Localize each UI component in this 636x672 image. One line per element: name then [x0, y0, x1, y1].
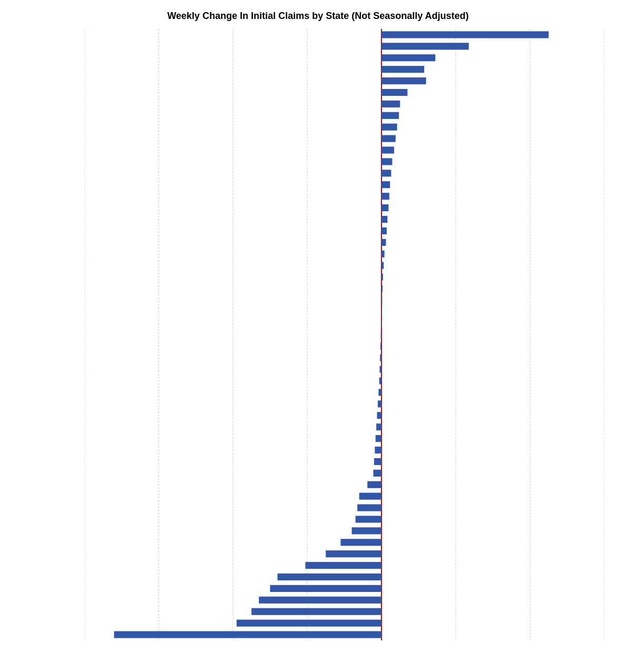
bar-new-york	[326, 550, 381, 557]
bar-ohio	[357, 505, 381, 511]
bar-idaho	[375, 447, 381, 453]
bar-minnesota	[381, 228, 387, 234]
bar-virginia	[381, 158, 392, 165]
bar-alaska	[381, 193, 389, 200]
bar-oregon	[381, 285, 383, 292]
bar-washington	[381, 135, 396, 142]
bar-arizona	[367, 481, 381, 488]
bar-montana	[381, 297, 382, 303]
bar-west-virginia	[379, 366, 381, 373]
bar-kentucky	[376, 435, 381, 442]
bar-puerto-rico	[278, 574, 381, 580]
bar-wyoming	[381, 273, 383, 280]
bar-oklahoma	[340, 539, 381, 546]
bar-delaware	[380, 354, 381, 361]
bar-alabama	[381, 43, 469, 50]
bar-missouri	[381, 216, 387, 223]
bar-arkansas	[373, 470, 381, 477]
bar-nevada	[381, 101, 400, 107]
bar-new-hampshire	[381, 308, 382, 315]
bar-south-dakota	[381, 262, 384, 269]
bar-colorado	[381, 77, 426, 84]
bar-rhode-island	[381, 54, 435, 61]
bar-michigan	[259, 597, 381, 604]
bar-new-mexico	[356, 516, 381, 522]
bar-california	[381, 66, 424, 73]
bar-wisconsin	[381, 146, 394, 153]
bar-utah	[381, 181, 390, 188]
bar-connecticut	[381, 204, 388, 211]
bar-indiana	[381, 31, 549, 38]
bar-maryland	[305, 562, 381, 569]
bar-south-carolina	[377, 412, 381, 419]
chart-title: Weekly Change In Initial Claims by State…	[0, 11, 636, 22]
bar-illinois	[381, 112, 399, 119]
bar-vermont	[381, 320, 382, 327]
bar-district-of-columbia	[380, 343, 381, 350]
bar-tennessee	[270, 585, 382, 592]
bar-virgin-islands	[379, 378, 381, 384]
bar-louisiana	[374, 458, 381, 465]
chart-container: Weekly Change In Initial Claims by State…	[0, 0, 636, 672]
bar-hawaii	[359, 493, 381, 500]
bar-new-jersey	[352, 527, 381, 534]
bar-north-carolina	[381, 170, 391, 176]
bar-mississippi	[378, 400, 381, 407]
bar-texas	[237, 620, 381, 627]
bar-pennsylvania	[114, 631, 381, 638]
bar-florida	[251, 608, 381, 615]
bar-kansas	[376, 423, 381, 430]
bar-massachusetts	[381, 239, 386, 246]
bar-georgia	[381, 89, 407, 96]
chart-svg: IndianaAlabamaRhode IslandCaliforniaColo…	[84, 29, 604, 640]
bar-north-dakota	[381, 251, 385, 258]
bar-maine	[381, 331, 381, 338]
bar-nebraska	[378, 389, 381, 396]
bar-iowa	[381, 124, 397, 131]
